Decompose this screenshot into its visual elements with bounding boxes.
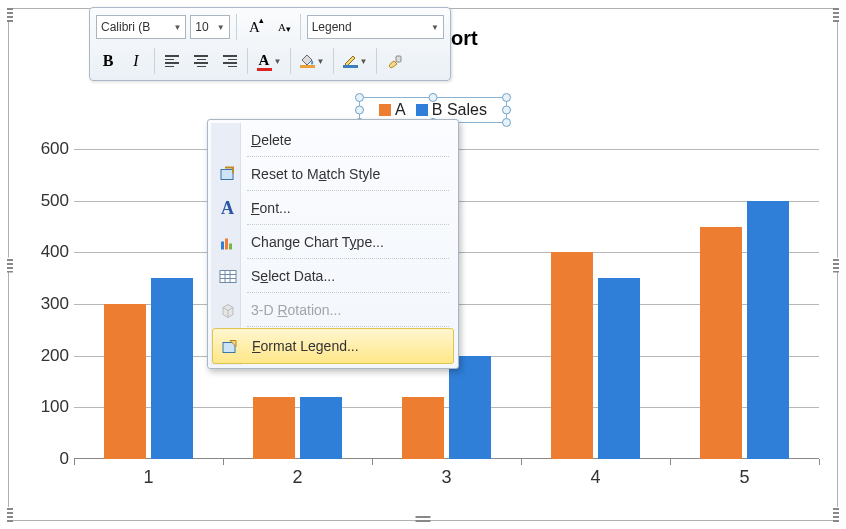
svg-rect-4 xyxy=(229,243,232,249)
legend-handle[interactable] xyxy=(355,93,364,102)
legend-label: B Sales xyxy=(432,101,487,119)
legend-handle[interactable] xyxy=(429,93,438,102)
svg-rect-0 xyxy=(396,56,401,62)
bar-series-a[interactable] xyxy=(253,397,295,459)
font-name-value: Calibri (B xyxy=(101,20,150,34)
separator xyxy=(236,14,237,40)
resize-handle[interactable] xyxy=(833,257,839,272)
align-center-button[interactable] xyxy=(189,49,213,73)
chevron-down-icon: ▼ xyxy=(213,23,225,32)
resize-handle[interactable] xyxy=(7,7,13,22)
separator xyxy=(300,14,301,40)
menu-label: Delete xyxy=(251,132,291,148)
menu-label: Format Legend... xyxy=(252,338,359,354)
bar-series-b[interactable] xyxy=(449,356,491,459)
y-tick-label: 600 xyxy=(41,139,69,159)
menu-item-font[interactable]: A Font... xyxy=(211,191,455,225)
menu-label: Select Data... xyxy=(251,268,335,284)
resize-handle[interactable] xyxy=(833,507,839,522)
legend-handle[interactable] xyxy=(355,106,364,115)
shape-fill-button[interactable]: ▼ xyxy=(297,49,327,73)
menu-label: Change Chart Type... xyxy=(251,234,384,250)
resize-handle[interactable] xyxy=(416,516,431,522)
separator xyxy=(247,48,248,74)
svg-rect-3 xyxy=(225,238,228,249)
menu-item-select-data[interactable]: Select Data... xyxy=(211,259,455,293)
chevron-down-icon: ▼ xyxy=(274,57,282,66)
bar-series-b[interactable] xyxy=(300,397,342,459)
bar-series-a[interactable] xyxy=(104,304,146,459)
shrink-font-button[interactable]: A▾ xyxy=(270,15,294,39)
menu-label: 3-D Rotation... xyxy=(251,302,341,318)
context-menu[interactable]: Delete Reset to Match Style A Font... Ch… xyxy=(207,119,459,369)
italic-button[interactable]: I xyxy=(124,49,148,73)
select-data-icon xyxy=(217,266,238,287)
bar-series-b[interactable] xyxy=(747,201,789,459)
chart-title[interactable]: ort xyxy=(451,27,478,50)
x-tick xyxy=(223,459,224,465)
cube-icon xyxy=(217,300,238,321)
format-painter-button[interactable] xyxy=(383,49,407,73)
font-color-button[interactable]: A▼ xyxy=(254,49,284,73)
menu-item-change-chart-type[interactable]: Change Chart Type... xyxy=(211,225,455,259)
menu-item-3d-rotation: 3-D Rotation... xyxy=(211,293,455,327)
separator xyxy=(290,48,291,74)
separator xyxy=(333,48,334,74)
x-tick xyxy=(819,459,820,465)
element-picker-value: Legend xyxy=(312,20,352,34)
chart-element-picker[interactable]: Legend▼ xyxy=(307,15,444,39)
chart-object[interactable]: ort A B Sales 0 100 200 300 400 500 600 xyxy=(8,8,838,521)
resize-handle[interactable] xyxy=(7,257,13,272)
y-tick-label: 300 xyxy=(41,294,69,314)
legend-handle[interactable] xyxy=(502,106,511,115)
mini-toolbar[interactable]: Calibri (B▼ 10▼ A▴ A▾ Legend▼ B I A▼ xyxy=(89,7,451,81)
pen-icon xyxy=(343,54,358,68)
y-tick-label: 400 xyxy=(41,242,69,262)
bar-series-b[interactable] xyxy=(598,278,640,459)
brush-icon xyxy=(386,53,404,69)
align-right-button[interactable] xyxy=(217,49,241,73)
y-tick-label: 100 xyxy=(41,397,69,417)
svg-rect-5 xyxy=(220,270,236,282)
chevron-down-icon: ▼ xyxy=(169,23,181,32)
separator xyxy=(376,48,377,74)
bar-series-b[interactable] xyxy=(151,278,193,459)
legend-swatch-icon xyxy=(416,104,428,116)
font-color-icon: A xyxy=(257,52,272,71)
menu-item-delete[interactable]: Delete xyxy=(211,123,455,157)
menu-item-format-legend[interactable]: Format Legend... xyxy=(212,328,454,364)
bar-series-a[interactable] xyxy=(551,252,593,459)
y-axis[interactable]: 0 100 200 300 400 500 600 xyxy=(29,149,69,459)
y-tick-label: 0 xyxy=(60,449,69,469)
legend-item-a[interactable]: A xyxy=(379,101,406,119)
shape-outline-button[interactable]: ▼ xyxy=(340,49,370,73)
bar-series-a[interactable] xyxy=(402,397,444,459)
chevron-down-icon: ▼ xyxy=(360,57,368,66)
legend-item-b[interactable]: B Sales xyxy=(416,101,487,119)
x-tick-label: 4 xyxy=(590,467,600,488)
svg-rect-2 xyxy=(221,241,224,249)
font-size-combo[interactable]: 10▼ xyxy=(190,15,229,39)
format-icon xyxy=(219,336,240,357)
legend-handle[interactable] xyxy=(502,93,511,102)
bar-series-a[interactable] xyxy=(700,227,742,460)
bold-button[interactable]: B xyxy=(96,49,120,73)
grow-font-button[interactable]: A▴ xyxy=(243,15,267,39)
resize-handle[interactable] xyxy=(833,7,839,22)
x-tick-label: 2 xyxy=(292,467,302,488)
y-tick-label: 500 xyxy=(41,191,69,211)
svg-rect-1 xyxy=(221,169,233,179)
x-tick-label: 1 xyxy=(143,467,153,488)
reset-icon xyxy=(217,164,238,185)
x-axis[interactable]: 1 2 3 4 5 xyxy=(74,459,819,489)
font-icon: A xyxy=(217,198,238,219)
menu-item-reset-style[interactable]: Reset to Match Style xyxy=(211,157,455,191)
x-tick xyxy=(670,459,671,465)
font-size-value: 10 xyxy=(195,20,208,34)
align-left-button[interactable] xyxy=(161,49,185,73)
font-name-combo[interactable]: Calibri (B▼ xyxy=(96,15,186,39)
x-tick xyxy=(521,459,522,465)
x-tick xyxy=(74,459,75,465)
legend-handle[interactable] xyxy=(502,118,511,127)
resize-handle[interactable] xyxy=(7,507,13,522)
